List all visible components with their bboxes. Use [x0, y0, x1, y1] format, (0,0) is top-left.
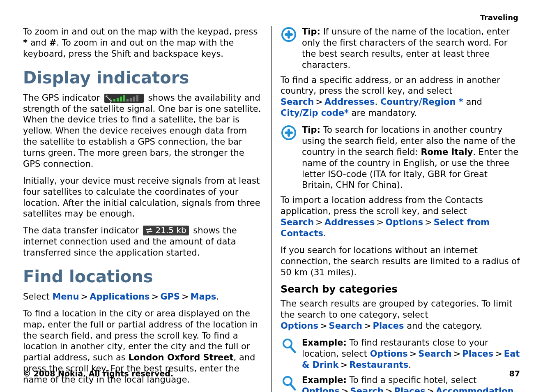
chevron-right-icon: > [314, 97, 324, 107]
link-addresses[interactable]: Addresses [324, 97, 375, 107]
data-transfer-indicator-icon: 21.5 kb [143, 226, 189, 235]
chevron-right-icon: > [425, 386, 436, 392]
link-search[interactable]: Search [350, 386, 384, 392]
chevron-right-icon: > [150, 292, 161, 302]
section-header: Traveling [480, 13, 518, 22]
chevron-right-icon: > [314, 217, 324, 227]
link-options[interactable]: Options [281, 321, 318, 331]
link-search[interactable]: Search [281, 217, 314, 227]
example-text: Example: To find restaurants close to yo… [302, 337, 520, 371]
text: To zoom in and out on the map with the k… [23, 27, 258, 37]
link-city-zip[interactable]: City/Zip code* [281, 108, 349, 118]
link-places[interactable]: Places [462, 349, 493, 359]
link-menu[interactable]: Menu [52, 292, 79, 302]
chevron-right-icon: > [362, 321, 373, 331]
chevron-right-icon: > [493, 349, 504, 359]
chevron-right-icon: > [384, 386, 394, 392]
paragraph-import-contacts: To import a location address from the Co… [281, 195, 520, 239]
chevron-right-icon: > [340, 386, 350, 392]
svg-line-9 [290, 347, 295, 352]
paragraph-zoom: To zoom in and out on the map with the k… [23, 26, 262, 60]
text: and the category. [404, 321, 482, 331]
text: Select [23, 292, 52, 302]
text: The search results are grouped by catego… [281, 299, 513, 320]
link-options[interactable]: Options [302, 386, 340, 392]
paragraph-gps-indicator: The GPS indicator shows the availability… [23, 92, 262, 170]
key-star: * [23, 38, 28, 48]
link-options[interactable]: Options [370, 349, 408, 359]
chevron-right-icon: > [180, 292, 191, 302]
example-london: London Oxford Street [128, 353, 233, 362]
tip-callout-1: Tip: If unsure of the name of the locati… [281, 26, 520, 71]
right-column: Tip: If unsure of the name of the locati… [272, 26, 520, 392]
transfer-arrows-icon [145, 227, 153, 234]
page-footer: © 2008 Nokia. All rights reserved. 87 [23, 369, 520, 378]
tip-plus-icon [281, 26, 297, 43]
data-transfer-value: 21.5 kb [155, 225, 186, 236]
gps-signal-indicator-icon [104, 94, 144, 103]
key-hash: # [49, 38, 57, 48]
text: . [375, 97, 380, 107]
paragraph-gps-initial: Initially, your device must receive sign… [23, 175, 262, 220]
text: . [216, 292, 219, 302]
link-search[interactable]: Search [329, 321, 362, 331]
page-number: 87 [509, 369, 520, 378]
paragraph-find-address: To find a specific address, or an addres… [281, 75, 520, 119]
chevron-right-icon: > [408, 349, 419, 359]
chevron-right-icon: > [375, 217, 386, 227]
text: If unsure of the name of the location, e… [302, 27, 510, 70]
svg-line-11 [290, 384, 295, 390]
left-column: To zoom in and out on the map with the k… [23, 26, 272, 392]
tip-label: Tip: [302, 27, 320, 37]
text: . [408, 360, 411, 370]
satellite-icon [106, 95, 112, 102]
heading-display-indicators: Display indicators [23, 69, 262, 87]
tip-text: Tip: To search for locations in another … [302, 125, 520, 191]
paragraph-data-transfer: The data transfer indicator 21.5 kb show… [23, 225, 262, 258]
tip-text: Tip: If unsure of the name of the locati… [302, 26, 520, 71]
heading-find-locations: Find locations [23, 267, 262, 286]
paragraph-categories: The search results are grouped by catego… [281, 298, 520, 332]
chevron-right-icon: > [452, 349, 462, 359]
text: The GPS indicator [23, 93, 103, 103]
text: The data transfer indicator [23, 226, 141, 235]
paragraph-offline-limit: If you search for locations without an i… [281, 245, 520, 278]
link-addresses[interactable]: Addresses [324, 217, 375, 227]
example-callout-1: Example: To find restaurants close to yo… [281, 337, 520, 371]
text: and [28, 38, 49, 48]
link-country-region[interactable]: Country/Region * [380, 97, 463, 107]
text: To find a specific address, or an addres… [281, 75, 500, 96]
chevron-right-icon: > [339, 360, 350, 370]
link-search[interactable]: Search [418, 349, 451, 359]
text: To import a location address from the Co… [281, 195, 483, 216]
tip-callout-2: Tip: To search for locations in another … [281, 125, 520, 191]
tip-label: Tip: [302, 125, 320, 135]
svg-rect-7 [285, 131, 293, 134]
link-maps[interactable]: Maps [191, 292, 216, 302]
svg-rect-3 [285, 33, 293, 36]
signal-bars-icon [113, 95, 138, 101]
link-restaurants[interactable]: Restaurants [349, 360, 408, 370]
example-label: Example: [302, 338, 347, 348]
chevron-right-icon: > [318, 321, 329, 331]
link-options[interactable]: Options [385, 217, 423, 227]
text: and [463, 97, 482, 107]
link-gps[interactable]: GPS [160, 292, 180, 302]
chevron-right-icon: > [79, 292, 90, 302]
link-places[interactable]: Places [373, 321, 404, 331]
link-search[interactable]: Search [281, 97, 314, 107]
example-rome-italy: Rome Italy [421, 147, 473, 157]
text: . [323, 228, 326, 238]
heading-search-by-categories: Search by categories [281, 284, 520, 295]
link-accommodation[interactable]: Accommodation [436, 386, 514, 392]
chevron-right-icon: > [423, 217, 434, 227]
text: are mandatory. [349, 108, 417, 118]
magnifier-icon [281, 337, 297, 354]
text: shows the availability and strength of t… [23, 93, 261, 169]
nav-path-maps: Select Menu>Applications>GPS>Maps. [23, 291, 262, 302]
link-places[interactable]: Places [394, 386, 426, 392]
link-applications[interactable]: Applications [90, 292, 150, 302]
copyright-text: © 2008 Nokia. All rights reserved. [23, 369, 173, 378]
tip-plus-icon [281, 125, 297, 141]
